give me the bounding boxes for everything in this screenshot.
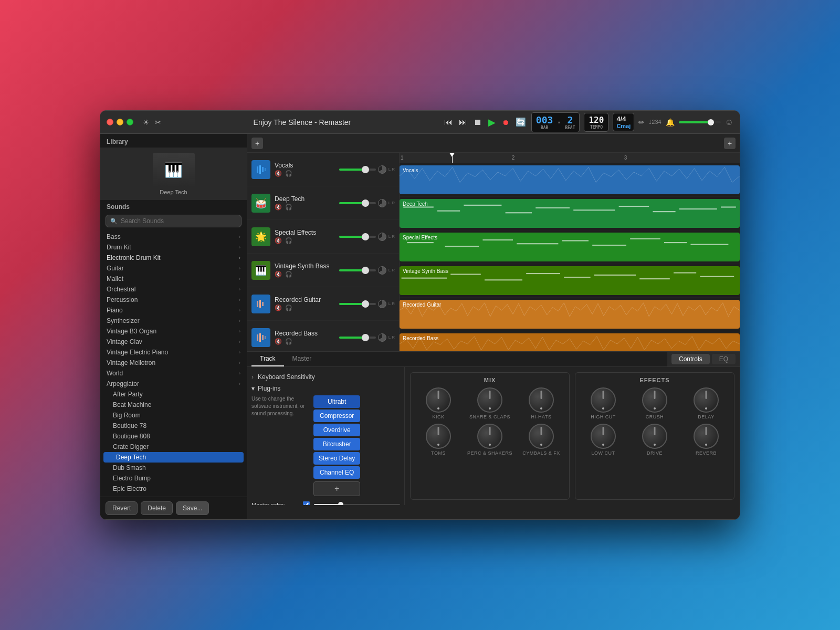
bell-icon[interactable]: 🔔 xyxy=(666,118,675,127)
timeline-track-recorded-guitar[interactable]: Recorded Guitar xyxy=(400,298,740,331)
sound-item-big-room[interactable]: Big Room xyxy=(100,410,247,421)
search-bar[interactable]: 🔍 xyxy=(106,215,242,227)
record-button[interactable]: ⏺ xyxy=(501,117,510,128)
sub-tab-eq[interactable]: EQ xyxy=(712,354,736,364)
keyboard-sensitivity-row[interactable]: › Keyboard Sensitivity xyxy=(251,371,400,385)
plugin-overdrive[interactable]: Overdrive xyxy=(313,424,360,436)
fast-forward-button[interactable]: ⏭ xyxy=(458,117,468,128)
knob-hi-hats[interactable] xyxy=(529,387,554,413)
headphone-icon[interactable]: 🎧 xyxy=(285,338,292,345)
maximize-button[interactable] xyxy=(127,119,133,125)
headphone-icon[interactable]: 🎧 xyxy=(285,204,292,211)
knob-kick[interactable] xyxy=(426,387,451,413)
plugin-bitcrusher[interactable]: Bitcrusher xyxy=(313,438,360,450)
revert-button[interactable]: Revert xyxy=(106,501,138,515)
face-icon[interactable]: ☺ xyxy=(725,118,733,127)
track-fader-deep-tech[interactable] xyxy=(339,202,376,204)
track-pan-vocals[interactable] xyxy=(378,165,386,174)
sidebar-item-percussion[interactable]: Percussion › xyxy=(100,295,247,305)
headphone-icon[interactable]: 🎧 xyxy=(285,304,292,311)
track-pan-recorded-bass[interactable] xyxy=(378,333,386,342)
headphone-icon[interactable]: 🎧 xyxy=(285,170,292,177)
master-echo-checkbox[interactable] xyxy=(303,501,310,505)
knob-toms[interactable] xyxy=(426,424,451,449)
add-plugin-button[interactable]: + xyxy=(313,481,360,496)
pencil-icon[interactable]: ✏ xyxy=(638,118,645,127)
close-button[interactable] xyxy=(107,119,113,125)
sidebar-item-vintage-electric-piano[interactable]: Vintage Electric Piano › xyxy=(100,347,247,358)
track-fader-vintage-synth-bass[interactable] xyxy=(339,269,376,271)
region-deep-tech[interactable]: Deep Tech xyxy=(400,199,740,228)
knob-crush[interactable] xyxy=(642,387,667,413)
region-recorded-guitar[interactable]: Recorded Guitar xyxy=(400,300,740,329)
knob-drive[interactable] xyxy=(642,424,667,449)
sidebar-item-bass[interactable]: Bass › xyxy=(100,232,247,242)
knob-delay[interactable] xyxy=(694,387,719,413)
timeline-track-vintage-synth-bass[interactable]: Vintage Synth Bass xyxy=(400,264,740,298)
sidebar-item-orchestral[interactable]: Orchestral › xyxy=(100,284,247,295)
track-fader-recorded-bass[interactable] xyxy=(339,337,376,339)
region-vocals[interactable]: Vocals xyxy=(400,165,740,194)
add-track-right-button[interactable]: + xyxy=(724,138,736,149)
time-signature[interactable]: 4/4 Cmaj xyxy=(613,113,634,131)
brightness-icon[interactable]: ☀ xyxy=(143,118,150,127)
sidebar-item-arpeggiator[interactable]: Arpeggiator › xyxy=(100,379,247,389)
cycle-button[interactable]: 🔄 xyxy=(514,116,527,128)
track-pan-deep-tech[interactable] xyxy=(378,199,386,207)
region-special-effects[interactable]: Special Effects xyxy=(400,233,740,261)
region-recorded-bass[interactable]: Recorded Bass xyxy=(400,333,740,351)
tab-master[interactable]: Master xyxy=(284,352,320,366)
track-fader-special-effects[interactable] xyxy=(339,236,376,238)
knob-perc-shakers[interactable] xyxy=(477,424,502,449)
sidebar-item-guitar[interactable]: Guitar › xyxy=(100,263,247,274)
knob-reverb[interactable] xyxy=(694,424,719,449)
timeline-track-recorded-bass[interactable]: Recorded Bass xyxy=(400,331,740,351)
sound-item-deep-tech[interactable]: Deep Tech xyxy=(103,452,244,463)
region-vintage-synth-bass[interactable]: Vintage Synth Bass xyxy=(400,266,740,295)
headphone-icon[interactable]: 🎧 xyxy=(285,237,292,244)
sidebar-item-world[interactable]: World › xyxy=(100,368,247,379)
knob-cymbals-fx[interactable] xyxy=(529,424,554,449)
timeline-track-vocals[interactable]: Vocals xyxy=(400,163,740,197)
track-pan-vintage-synth-bass[interactable] xyxy=(378,266,386,275)
timeline-track-special-effects[interactable]: Special Effects xyxy=(400,230,740,264)
sub-tab-controls[interactable]: Controls xyxy=(671,354,710,364)
scissors-icon[interactable]: ✂ xyxy=(155,118,161,127)
mute-icon[interactable]: 🔇 xyxy=(275,304,282,311)
add-track-button[interactable]: + xyxy=(251,138,263,149)
sidebar-item-vintage-clav[interactable]: Vintage Clav › xyxy=(100,337,247,347)
plugin-compressor[interactable]: Compressor xyxy=(313,410,360,422)
track-pan-special-effects[interactable] xyxy=(378,233,386,241)
rewind-button[interactable]: ⏮ xyxy=(443,117,454,128)
sound-item-crate-digger[interactable]: Crate Digger xyxy=(100,442,247,452)
sound-item-dub-smash[interactable]: Dub Smash xyxy=(100,463,247,473)
sound-item-electro-bump[interactable]: Electro Bump xyxy=(100,473,247,484)
mute-icon[interactable]: 🔇 xyxy=(275,204,282,211)
sound-item-epic-electro[interactable]: Epic Electro xyxy=(100,484,247,494)
plugin-stereo-delay[interactable]: Stereo Delay xyxy=(313,452,360,465)
track-fader-vocals[interactable] xyxy=(339,169,376,171)
knob-snare-claps[interactable] xyxy=(477,387,502,413)
delete-button[interactable]: Delete xyxy=(141,501,173,515)
track-pan-recorded-guitar[interactable] xyxy=(378,300,386,308)
sound-item-boutique-78[interactable]: Boutique 78 xyxy=(100,421,247,431)
save-button[interactable]: Save... xyxy=(176,501,209,515)
mute-icon[interactable]: 🔇 xyxy=(275,338,282,345)
sidebar-item-electronic-drum-kit[interactable]: Electronic Drum Kit › xyxy=(100,253,247,263)
knob-low-cut[interactable] xyxy=(591,424,616,449)
stop-button[interactable]: ⏹ xyxy=(472,117,483,128)
sidebar-item-synthesizer[interactable]: Synthesizer › xyxy=(100,316,247,326)
master-volume[interactable] xyxy=(679,121,721,123)
search-input[interactable] xyxy=(121,217,237,225)
plugin-channel-eq[interactable]: Channel EQ xyxy=(313,466,360,479)
mute-icon[interactable]: 🔇 xyxy=(275,237,282,244)
master-echo-slider[interactable] xyxy=(314,504,400,505)
mute-icon[interactable]: 🔇 xyxy=(275,170,282,177)
knob-high-cut[interactable] xyxy=(591,387,616,413)
minimize-button[interactable] xyxy=(117,119,123,125)
mute-icon[interactable]: 🔇 xyxy=(275,271,282,278)
timeline-track-deep-tech[interactable]: Deep Tech xyxy=(400,197,740,230)
tab-track[interactable]: Track xyxy=(251,352,284,366)
sidebar-item-mallet[interactable]: Mallet › xyxy=(100,274,247,284)
tempo-display[interactable]: 120 TEMPO xyxy=(584,113,608,132)
